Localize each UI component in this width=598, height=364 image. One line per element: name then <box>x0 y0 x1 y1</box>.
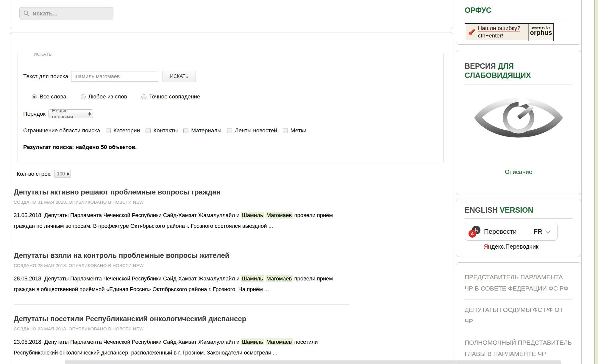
orphus-line2: ctrl+enter! <box>478 32 503 39</box>
scope-row: Ограничение области поиска Категории Кон… <box>23 127 435 134</box>
result-snippet: 28.05.2018. Депутаты Парламента Чеченско… <box>14 273 349 295</box>
scope-checkbox-tags[interactable] <box>283 128 288 133</box>
radio-exact-phrase[interactable] <box>141 94 146 99</box>
scope-checkbox-contacts[interactable] <box>146 128 151 133</box>
scope-checkbox-categories[interactable] <box>106 128 111 133</box>
result-meta: СОЗДАНО 28 МАЯ 2018. ОПУБЛИКОВАНО В НОВС… <box>14 263 349 268</box>
scope-checkbox-materials[interactable] <box>183 128 188 133</box>
orphus-banner[interactable]: ✔ Нашли ошибку? ctrl+enter! powered by o… <box>465 23 554 41</box>
translator-module: ENGLISH VERSION あ A Перевести FR Яндекс.… <box>456 199 581 257</box>
quick-search-panel <box>10 0 453 29</box>
radio-exact-phrase-label: Точное совпадение <box>149 93 200 100</box>
results-list: Депутаты активно решают проблемные вопро… <box>14 188 349 358</box>
result-snippet: 31.05.2018. Депутаты Парламента Чеченско… <box>14 210 349 231</box>
search-form-legend: ИСКАТЬ <box>31 51 54 57</box>
select-stepper-icon <box>88 112 91 116</box>
column-divider <box>581 0 582 364</box>
quick-search-field[interactable] <box>19 7 113 20</box>
orphus-line1: Нашли ошибку? <box>478 25 520 32</box>
orphus-brand: orphus <box>529 29 553 36</box>
divider <box>465 19 572 19</box>
search-text-row: Текст для поиска ИСКАТЬ <box>23 71 435 82</box>
page-edge-strip <box>594 0 598 364</box>
sidebar-link-head-plenipotentiary[interactable]: ПОЛНОМОЧНЫЙ ПРЕДСТАВИТЕЛЬ ГЛАВЫ В ПАРЛАМ… <box>465 332 572 364</box>
orphus-module: ОРФУС ✔ Нашли ошибку? ctrl+enter! powere… <box>456 0 581 45</box>
highlighted-term: Шамиль <box>241 212 264 219</box>
order-label: Порядок <box>23 111 46 117</box>
footer-strip <box>65 360 561 364</box>
accessibility-title: ВЕРСИЯ ДЛЯ СЛАБОВИДЯЩИХ <box>465 62 572 80</box>
search-text-input[interactable] <box>71 71 158 82</box>
result-title-link[interactable]: Депутаты активно решают проблемные вопро… <box>14 188 349 196</box>
parliament-links-module: ПРЕДСТАВИТЕЛЬ ПАРЛАМЕНТА ЧР В СОВЕТЕ ФЕД… <box>456 262 581 364</box>
accessibility-eye-logo[interactable] <box>456 90 581 147</box>
result-meta: СОЗДАНО 23 МАЯ 2018. ОПУБЛИКОВАНО В НОВС… <box>14 326 349 331</box>
sidebar-link-sovfed-representative[interactable]: ПРЕДСТАВИТЕЛЬ ПАРЛАМЕНТА ЧР В СОВЕТЕ ФЕД… <box>465 263 572 299</box>
scope-label-tags: Метки <box>291 127 307 134</box>
radio-all-words-label: Все слова <box>40 93 66 100</box>
translate-icon: あ A <box>469 226 480 238</box>
search-results-panel: ИСКАТЬ Текст для поиска ИСКАТЬ Все слова… <box>10 32 453 364</box>
scope-checkbox-newsfeeds[interactable] <box>227 128 232 133</box>
divider <box>465 218 572 219</box>
language-select[interactable]: FR <box>526 223 557 240</box>
scope-label-newsfeeds: Ленты новостей <box>235 127 277 134</box>
search-submit-button[interactable]: ИСКАТЬ <box>163 71 196 82</box>
result-item: Депутаты активно решают проблемные вопро… <box>14 188 349 231</box>
snippet-text: 28.05.2018. Депутаты Парламента Чеченско… <box>14 275 241 282</box>
result-meta: СОЗДАНО 31 МАЯ 2018. ОПУБЛИКОВАНО В НОВС… <box>14 200 349 205</box>
search-text-label: Текст для поиска <box>23 73 68 80</box>
quick-search-input[interactable] <box>33 10 104 17</box>
search-form: ИСКАТЬ Текст для поиска ИСКАТЬ Все слова… <box>18 51 444 162</box>
snippet-text: 31.05.2018. Депутаты Парламента Чеченско… <box>14 212 241 218</box>
result-summary: Результат поиска: найдено 50 объектов. <box>23 144 435 150</box>
result-title-link[interactable]: Депутаты посетили Республиканский онколо… <box>14 315 349 323</box>
radio-all-words[interactable] <box>32 94 37 99</box>
result-divider <box>14 241 349 241</box>
highlighted-term: Шамиль <box>241 275 264 282</box>
translate-button[interactable]: あ A Перевести <box>465 223 526 240</box>
checkmark-icon: ✔ <box>465 24 478 41</box>
radio-any-word-label: Любое из слов <box>88 93 127 100</box>
orphus-title: ОРФУС <box>465 6 572 15</box>
scope-label-categories: Категории <box>113 127 140 134</box>
result-title-link[interactable]: Депутаты взяли на контроль проблемные во… <box>14 251 349 260</box>
order-row: Порядок Новые первыми <box>23 109 435 118</box>
sidebar-link-gosduma-deputies[interactable]: ДЕПУТАТЫ ГОСДУМЫ ФС РФ ОТ ЧР <box>465 299 572 332</box>
scope-label: Ограничение области поиска <box>23 127 100 134</box>
highlighted-term: Магомаев <box>266 275 293 282</box>
page-root: ИСКАТЬ Текст для поиска ИСКАТЬ Все слова… <box>0 0 598 364</box>
accessibility-description-link[interactable]: Описание <box>456 169 581 175</box>
translate-button-label: Перевести <box>484 228 517 236</box>
order-select-value: Новые первыми <box>52 108 88 120</box>
highlighted-term: Шамиль <box>241 338 264 345</box>
result-snippet: 23.05.2018. Депутаты Парламента Чеченско… <box>14 337 349 358</box>
select-stepper-icon <box>67 172 69 176</box>
highlighted-term: Магомаев <box>266 338 293 345</box>
rows-count-label: Кол-во строк: <box>17 171 51 177</box>
radio-any-word[interactable] <box>81 94 86 99</box>
accessibility-module: ВЕРСИЯ ДЛЯ СЛАБОВИДЯЩИХ <box>456 50 581 195</box>
language-select-value: FR <box>534 228 542 236</box>
match-mode-row: Все слова Любое из слов Точное совпадени… <box>32 93 435 100</box>
rows-count-row: Кол-во строк: 100 <box>17 170 453 178</box>
rows-count-value: 100 <box>57 171 65 177</box>
search-icon <box>23 10 30 17</box>
translator-caption: Яндекс.Переводчик <box>465 243 558 250</box>
result-divider <box>14 304 349 305</box>
snippet-text: 23.05.2018. Депутаты Парламента Чеченско… <box>14 339 241 345</box>
result-item: Депутаты взяли на контроль проблемные во… <box>14 251 349 295</box>
rows-count-select[interactable]: 100 <box>54 170 71 178</box>
english-version-title: ENGLISH VERSION <box>465 205 572 215</box>
result-item: Депутаты посетили Республиканский онколо… <box>14 315 349 358</box>
divider <box>465 84 572 84</box>
scope-label-materials: Материалы <box>191 127 221 134</box>
chevron-down-icon <box>545 228 550 233</box>
translate-widget: あ A Перевести FR <box>465 223 558 241</box>
scope-label-contacts: Контакты <box>153 127 178 134</box>
order-select[interactable]: Новые первыми <box>49 109 93 118</box>
highlighted-term: Магомаев <box>266 212 293 219</box>
